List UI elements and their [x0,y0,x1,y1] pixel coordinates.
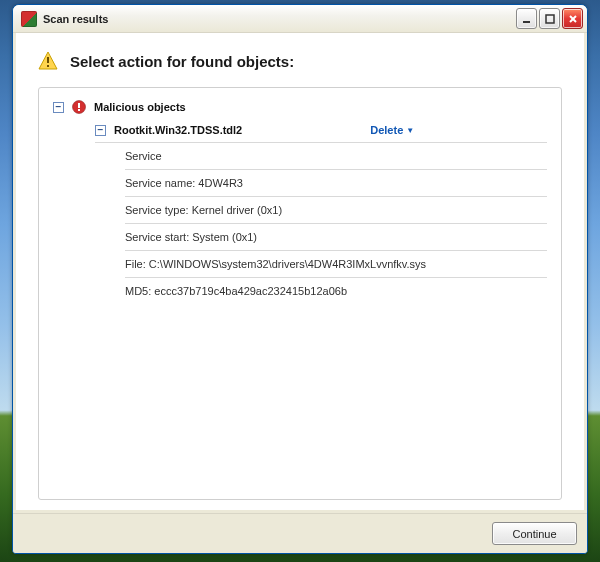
svg-rect-1 [546,15,554,23]
window-body: Select action for found objects: − Malic… [16,33,584,510]
scan-results-window: Scan results [12,4,588,554]
desktop-background: Scan results [0,0,600,562]
detail-service-header: Service [125,143,547,170]
detail-service-start: Service start: System (0x1) [125,224,547,251]
maximize-button[interactable] [539,8,560,29]
group-header-row: − Malicious objects [53,100,547,114]
malicious-icon [72,100,86,114]
window-title: Scan results [43,13,108,25]
threat-details: Service Service name: 4DW4R3 Service typ… [125,143,547,304]
minimize-icon [522,14,532,24]
threat-action-label: Delete [370,124,403,136]
titlebar[interactable]: Scan results [13,5,587,33]
detail-file: File: C:\WINDOWS\system32\drivers\4DW4R3… [125,251,547,278]
chevron-down-icon: ▼ [406,126,414,135]
svg-rect-5 [47,57,49,63]
collapse-toggle-group[interactable]: − [53,102,64,113]
svg-rect-0 [523,21,530,23]
svg-rect-9 [78,109,80,111]
close-icon [568,14,578,24]
detail-service-name: Service name: 4DW4R3 [125,170,547,197]
threat-block: − Rootkit.Win32.TDSS.tdl2 Delete ▼ Servi… [95,120,547,304]
header-row: Select action for found objects: [38,51,562,71]
warning-icon [38,51,58,71]
collapse-toggle-threat[interactable]: − [95,125,106,136]
close-button[interactable] [562,8,583,29]
detail-md5: MD5: eccc37b719c4ba429ac232415b12a06b [125,278,547,304]
threat-name: Rootkit.Win32.TDSS.tdl2 [114,124,242,136]
svg-rect-8 [78,103,80,108]
detail-service-type: Service type: Kernel driver (0x1) [125,197,547,224]
window-button-group [516,8,583,29]
continue-button[interactable]: Continue [492,522,577,545]
maximize-icon [545,14,555,24]
minimize-button[interactable] [516,8,537,29]
page-title: Select action for found objects: [70,53,294,70]
threat-action-dropdown[interactable]: Delete ▼ [370,124,414,136]
kaspersky-icon [21,11,37,27]
svg-rect-6 [47,65,49,67]
footer-bar: Continue [13,513,587,553]
results-panel: − Malicious objects − Rootkit.Win32.TDSS… [38,87,562,500]
threat-header: − Rootkit.Win32.TDSS.tdl2 Delete ▼ [95,120,547,140]
group-label: Malicious objects [94,101,186,113]
